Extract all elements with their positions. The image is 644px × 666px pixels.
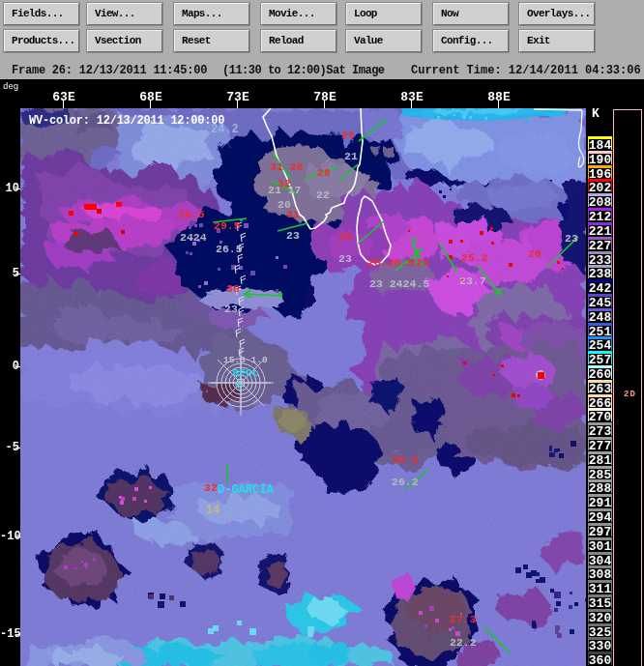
svg-text:22.2: 22.2 [450,636,477,649]
svg-text:25.2: 25.2 [461,251,488,264]
svg-text:D-GARCIA: D-GARCIA [218,483,274,497]
svg-text:29: 29 [338,230,352,243]
svg-text:26.2: 26.2 [392,476,419,488]
svg-text:28.5: 28.5 [178,208,205,220]
svg-text:31 28: 31 28 [270,160,304,173]
svg-text:22: 22 [316,188,330,201]
svg-text:23: 23 [565,232,578,245]
svg-text:23: 23 [224,303,238,315]
svg-text:21 17: 21 17 [268,184,302,196]
svg-text:20: 20 [278,198,291,211]
svg-text:29.5: 29.5 [214,219,241,232]
svg-text:26.5: 26.5 [216,243,243,255]
svg-text:24: 24 [416,256,429,269]
svg-text:25.28.5: 25.28.5 [367,256,414,269]
svg-text:30.5: 30.5 [392,453,419,466]
svg-text:28: 28 [341,129,355,141]
svg-text:23 2424.5: 23 2424.5 [369,277,429,290]
svg-text:30: 30 [226,282,240,295]
svg-text:◇: ◇ [235,378,243,391]
svg-text:WV-color: 12/13/2011 12:00:00: WV-color: 12/13/2011 12:00:00 [29,114,224,128]
svg-text:26: 26 [317,166,331,179]
svg-text:23.7: 23.7 [459,275,486,287]
svg-text:23: 23 [286,229,300,242]
svg-text:24.2: 24.2 [211,123,239,136]
svg-text:21: 21 [344,150,358,162]
svg-text:28: 28 [528,247,542,260]
svg-text:2424: 2424 [180,231,207,244]
svg-text:32: 32 [204,481,218,494]
svg-text:23: 23 [338,252,352,265]
svg-text:14: 14 [206,504,220,517]
svg-text:15.8 1.0: 15.8 1.0 [223,355,268,365]
svg-text:27.3: 27.3 [450,613,477,625]
